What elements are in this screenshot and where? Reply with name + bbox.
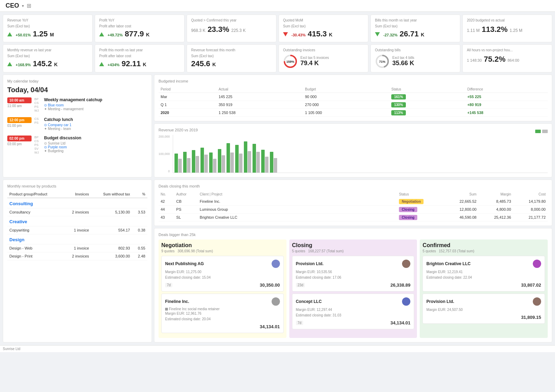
revenue-chart-card: Revenue 2020 vs 2019 200,000 100,000 0 <box>154 123 552 177</box>
bar-chart <box>173 135 548 173</box>
event-title: Budget discussion <box>44 136 147 140</box>
deals-bigger-title: Deals bigger than 25k <box>159 233 548 237</box>
event-time-badge: 12:00 pm <box>7 117 32 123</box>
product-group-row: Consulting <box>7 198 147 208</box>
event-time-badge: 10:00 am <box>7 97 32 103</box>
event-end-time: 01:00 pm <box>7 124 32 128</box>
avatar <box>402 297 410 306</box>
kpi-bills-month: Bills this month vs last year Sum (Excl … <box>370 15 460 42</box>
avatar <box>272 297 280 306</box>
deals-closing-card: Deals closing this month No. Author Clie… <box>154 180 552 226</box>
kanban-card: Fineline Inc. Fineline Inc social media … <box>161 294 284 333</box>
up-arrow-icon <box>99 32 104 36</box>
kanban-title: Negotiation <box>161 242 284 249</box>
kanban-card: Brighton Creative LLC Margin EUR: 12,219… <box>422 256 545 291</box>
calendar-date: Today, 04/04 <box>7 86 147 94</box>
up-arrow-icon <box>99 62 104 66</box>
kanban-title: Confirmed <box>422 242 545 249</box>
kanban-col-confirmed: Confirmed 5 quotes 152,757.03 (Total sum… <box>420 239 548 338</box>
dropdown-arrow-icon[interactable]: ▾ <box>22 3 24 8</box>
kpi-revenue-forecast: Revenue forecast this month Sum (Excl ta… <box>187 44 276 72</box>
project-dot-icon <box>165 308 168 311</box>
avatar <box>533 260 541 268</box>
kpi-all-hours: All hours vs non-project hou... 1 148:30… <box>462 44 552 72</box>
up-arrow-icon <box>7 32 12 36</box>
status-badge: 113% <box>391 110 406 115</box>
avatar <box>533 297 541 306</box>
product-group-row: Design <box>7 234 147 244</box>
kpi-budgeted-actual: 2020 budgeted vs actual 1.11 M 113.2% 1.… <box>462 15 552 42</box>
table-row: Mar 145 225 90 000 161% +55 225 <box>159 93 548 101</box>
calendar-event-2: 12:00 pm 01:00 pm CSPS Catchup lunch ⊙Co… <box>7 117 147 131</box>
calendar-event-3: 02:00 pm 03:00 pm BPCSPSSVWJ Budget disc… <box>7 136 147 154</box>
kanban-title: Closing <box>292 242 415 249</box>
table-row: Q 1 350 919 270 000 130% +80 919 <box>159 101 548 109</box>
event-title: Weekly management catchup <box>44 97 147 102</box>
table-row: 2020 1 250 538 1 105 000 113% +145 538 <box>159 109 548 117</box>
status-badge: Closing <box>399 215 417 220</box>
kpi-row-2: Monthly revenue vs last year Sum (Excl t… <box>3 44 552 72</box>
products-card: Monthly revenue by products Product grou… <box>3 180 152 342</box>
table-row: Copywriting 1 invoice 554.17 0.38 <box>7 226 147 234</box>
table-row: Consultancy 2 invoices 5,130.00 3.53 <box>7 208 147 216</box>
revenue-chart-title: Revenue 2020 vs 2019 <box>159 128 198 132</box>
svg-text:71%: 71% <box>379 60 385 63</box>
kanban-col-negotiation: Negotiation 9 quotes 308,696.98 (Total s… <box>159 239 287 338</box>
svg-text:159%: 159% <box>286 60 294 63</box>
kanban-col-closing: Closing 5 quotes 168,227.57 (Total sum) … <box>289 239 417 338</box>
calendar-event-1: 10:00 am 11:00 am BPCSPSWJ Weekly manage… <box>7 97 147 112</box>
calendar-card: My calendar today Today, 04/04 10:00 am … <box>3 75 152 177</box>
product-group-row: Creative <box>7 216 147 226</box>
table-row: Design - Web 1 invoice 802.93 0.55 <box>7 244 147 252</box>
event-end-time: 03:00 pm <box>7 142 32 146</box>
status-badge: 130% <box>391 102 406 107</box>
kanban-subtitle: 9 quotes 308,696.98 (Total sum) <box>161 249 284 253</box>
kpi-label: Revenue YoY <box>7 18 88 22</box>
kanban-subtitle: 5 quotes 152,757.03 (Total sum) <box>422 249 545 253</box>
budgeted-income-card: Budgeted income Period Actual Budget Sta… <box>154 75 552 121</box>
down-green-arrow-icon <box>375 32 380 36</box>
page-title: CEO <box>6 2 19 9</box>
kanban-card: Concept LLC Margin EUR: 12,297.44 Estima… <box>292 294 415 329</box>
legend-gray <box>542 130 548 133</box>
circle-progress-invoices: 159% <box>283 54 298 69</box>
table-row: 43 SL Brighton Creative LLC Closing 46,5… <box>159 214 548 221</box>
down-arrow-icon <box>283 32 288 36</box>
status-badge: Closing <box>399 207 417 212</box>
deals-kanban: Negotiation 9 quotes 308,696.98 (Total s… <box>159 239 548 338</box>
event-title: Catchup lunch <box>44 117 147 122</box>
days-badge: 23d <box>296 283 305 287</box>
footer-bar: Sunrise Ltd <box>0 345 555 352</box>
deals-closing-table: No. Author Client | Project Status Sum M… <box>159 191 548 221</box>
status-badge: 161% <box>391 94 406 99</box>
lower-section: Monthly revenue by products Product grou… <box>3 180 552 342</box>
main-content: Revenue YoY Sum (Excl tax) +50.01% 1.25 … <box>0 12 555 345</box>
avatar <box>272 260 280 268</box>
products-title: Monthly revenue by products <box>7 184 147 188</box>
event-end-time: 11:00 am <box>7 104 32 108</box>
kpi-row-1: Revenue YoY Sum (Excl tax) +50.01% 1.25 … <box>3 15 552 42</box>
days-badge: 7d <box>296 321 303 325</box>
calendar-section-title: My calendar today <box>7 79 147 83</box>
deals-closing-title: Deals closing this month <box>159 184 548 188</box>
kpi-quoted-mom: Quoted MoM Sum (Excl tax) -30.43% 415.3 … <box>279 15 368 42</box>
budgeted-table: Period Actual Budget Status Difference M… <box>159 86 548 117</box>
table-row: 44 PS Luminous Group Closing 12,800.00 4… <box>159 206 548 214</box>
budgeted-title: Budgeted income <box>159 79 548 83</box>
kpi-profit-yoy: Profit YoY Profit after labor cost +49.7… <box>95 15 185 42</box>
kpi-quoted-confirmed: Quoted > Confirmed this year 968.3 K 23.… <box>187 15 276 42</box>
kanban-card: Provision Ltd. Margin EUR: 24,507.50 31,… <box>422 294 545 324</box>
kpi-revenue-yoy: Revenue YoY Sum (Excl tax) +50.01% 1.25 … <box>3 15 93 42</box>
footer-company: Sunrise Ltd <box>3 347 20 351</box>
status-badge: Negotiation <box>399 199 424 204</box>
kanban-card: Next Publishing AG Margin EUR: 11,275.00… <box>161 256 284 291</box>
settings-icon[interactable]: ⊞ <box>27 2 31 9</box>
kanban-card: Provision Ltd. Margin EUR: 10,535.56 Est… <box>292 256 415 291</box>
kpi-monthly-revenue: Monthly revenue vs last year Sum (Excl t… <box>3 44 93 72</box>
legend-green <box>535 130 541 133</box>
up-arrow-icon <box>7 62 12 66</box>
avatar <box>402 260 410 268</box>
kpi-outstanding-bills: Outstanding bills 71% Excl tax 4 bills 3… <box>370 44 460 72</box>
table-row: 42 CB Fineline Inc. Negotiation 22,665.5… <box>159 198 548 206</box>
days-badge: 7d <box>165 283 172 287</box>
